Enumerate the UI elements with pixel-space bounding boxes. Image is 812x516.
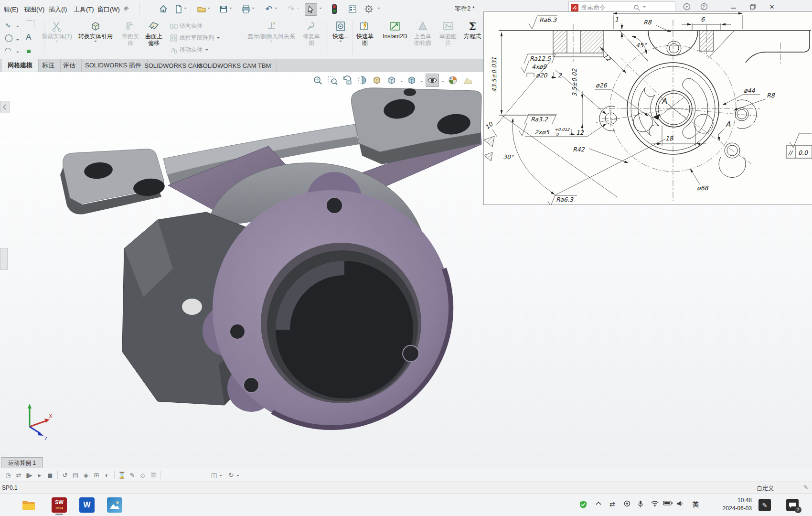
open-icon[interactable] — [196, 3, 207, 15]
results-caret[interactable] — [219, 475, 222, 478]
menu-tools[interactable]: 工具(T) — [71, 4, 97, 15]
move-entities-button[interactable]: 移动实体 — [170, 46, 208, 54]
play-from-start-icon[interactable]: ▮▸ — [24, 470, 34, 480]
offset-entities-button[interactable]: 等距实体 — [119, 20, 141, 46]
mirror-entities-button[interactable]: 镜向实体 — [170, 22, 203, 30]
view-orientation-icon[interactable] — [385, 74, 398, 86]
quick-snaps-button[interactable]: 快速... — [330, 20, 352, 43]
animation-wizard-icon[interactable]: ◈ — [81, 470, 91, 480]
results-icon[interactable]: ◫ — [209, 470, 219, 480]
edit-key-icon[interactable]: ✎ — [127, 470, 138, 480]
messages-icon[interactable]: 2 — [786, 499, 799, 511]
pin-menu-icon[interactable] — [120, 3, 132, 15]
options-list-icon[interactable] — [347, 3, 358, 15]
point-icon[interactable] — [27, 50, 31, 53]
instant2d-button[interactable]: Instant2D — [379, 20, 411, 40]
hide-show-items-icon[interactable] — [426, 74, 439, 87]
text-tool-icon[interactable]: A — [26, 32, 31, 42]
half-speed-icon[interactable]: ◐ — [102, 470, 112, 480]
spline-icon[interactable]: ∿ — [5, 21, 11, 30]
menu-view[interactable]: 视图(V) — [21, 4, 47, 15]
scene-icon[interactable] — [461, 74, 474, 86]
ime-language-button[interactable]: 英 — [693, 500, 699, 509]
panel-splitter-handle[interactable] — [0, 248, 8, 270]
user-account-icon[interactable] — [680, 2, 694, 11]
photos-icon[interactable] — [107, 497, 122, 513]
taskbar-clock[interactable]: 10:48 2024-06-03 — [715, 496, 752, 513]
pen-input-icon[interactable]: ✎ — [759, 499, 771, 511]
home-icon[interactable] — [158, 3, 169, 15]
circle-caret[interactable] — [16, 39, 19, 42]
play-icon[interactable]: ▸ — [34, 470, 45, 480]
undo-caret[interactable] — [275, 8, 278, 11]
equations-button[interactable]: Σ 方程式 — [460, 20, 484, 40]
rapid-sketch-button[interactable]: 快速草图 — [354, 20, 375, 46]
tab-evaluate[interactable]: 评估 — [57, 59, 82, 72]
close-icon[interactable]: ✕ — [765, 2, 779, 11]
display-style-caret[interactable] — [420, 81, 423, 84]
shaded-sketch-contours-button[interactable]: 上色草图轮廓 — [412, 20, 434, 46]
repair-sketch-button[interactable]: 修复草图 — [301, 20, 322, 46]
filter-icon[interactable]: ◇ — [138, 470, 148, 480]
circle-icon[interactable]: ◯ — [5, 33, 13, 42]
trim-box-icon[interactable] — [26, 20, 34, 27]
folder-icon[interactable] — [21, 497, 36, 513]
microphone-icon[interactable] — [637, 500, 644, 508]
hide-show-caret[interactable] — [441, 81, 444, 84]
redo-caret[interactable] — [297, 8, 299, 11]
trim-entities-button[interactable]: 剪裁实体(T) — [41, 20, 73, 43]
solidworks-icon[interactable]: SW2024 — [52, 497, 67, 513]
wifi-icon[interactable] — [651, 500, 659, 507]
tab-sw-cam-tbm[interactable]: SOLIDWORKS CAM TBM — [193, 59, 277, 72]
playback-range-icon[interactable]: ⇄ — [13, 470, 24, 480]
display-style-icon[interactable] — [406, 74, 418, 86]
select-pointer-icon[interactable] — [305, 3, 317, 16]
previous-view-icon[interactable] — [341, 74, 353, 86]
sketch-picture-button[interactable]: 草图图片 — [438, 20, 459, 46]
pointer-caret[interactable] — [319, 8, 322, 11]
arc-caret[interactable] — [16, 52, 19, 54]
edit-appearance-icon[interactable] — [447, 74, 459, 86]
chart-caret[interactable] — [236, 475, 239, 478]
save-icon[interactable] — [218, 3, 229, 15]
chart-icon[interactable]: ↻ — [226, 470, 236, 480]
display-delete-relations-button[interactable]: 显示/删除几何关系 — [243, 20, 300, 43]
word-icon[interactable]: W — [79, 497, 95, 513]
search-icon[interactable] — [633, 4, 640, 11]
list-icon[interactable]: ☰ — [148, 470, 159, 480]
spline-caret[interactable] — [16, 26, 19, 29]
rebuild-traffic-light-icon[interactable] — [329, 3, 340, 15]
zoom-area-icon[interactable] — [326, 74, 339, 86]
hidden-lines-icon[interactable] — [371, 74, 383, 86]
chevron-up-icon[interactable] — [595, 500, 602, 507]
menu-window[interactable]: 窗口(W) — [95, 4, 123, 15]
zoom-fit-icon[interactable] — [311, 74, 324, 86]
linear-sketch-pattern-button[interactable]: 线性草图阵列 — [170, 34, 220, 42]
menu-insert[interactable]: 插入(I) — [46, 4, 70, 15]
view-orientation-caret[interactable] — [400, 81, 403, 84]
print-icon[interactable] — [240, 3, 252, 15]
motion-study-tab[interactable]: 运动算例 1 — [1, 457, 43, 469]
loop-icon[interactable]: ↺ — [60, 470, 70, 480]
speaker-icon[interactable] — [676, 500, 684, 507]
security-shield-icon[interactable] — [579, 500, 588, 509]
model-rebuild-icon[interactable]: ◷ — [3, 470, 13, 480]
sync-arrows-icon[interactable]: ⇄ — [609, 500, 615, 508]
arc-icon[interactable]: ◠ — [5, 46, 11, 54]
open-caret[interactable] — [207, 8, 210, 11]
convert-entities-button[interactable]: 转换实体引用 — [73, 20, 118, 43]
section-view-icon[interactable] — [356, 74, 368, 86]
tab-mesh-modeling[interactable]: 网格建模 — [2, 59, 39, 72]
tab-sw-addins[interactable]: SOLIDWORKS 插件 — [79, 59, 148, 72]
status-pencil-icon[interactable]: ✎ — [803, 484, 808, 491]
feature-tree-collapse-handle[interactable] — [0, 101, 10, 113]
minimize-icon[interactable] — [727, 2, 740, 11]
save-caret[interactable] — [229, 8, 232, 11]
battery-icon[interactable] — [663, 500, 673, 506]
help-icon[interactable]: ? — [697, 2, 711, 11]
stop-icon[interactable]: ◼ — [45, 470, 55, 480]
gear-caret[interactable] — [377, 8, 380, 11]
save-animation-icon[interactable]: ▤ — [70, 470, 81, 480]
menu-edit[interactable]: 辑(E) — [1, 4, 21, 15]
gear-icon[interactable] — [363, 3, 374, 15]
